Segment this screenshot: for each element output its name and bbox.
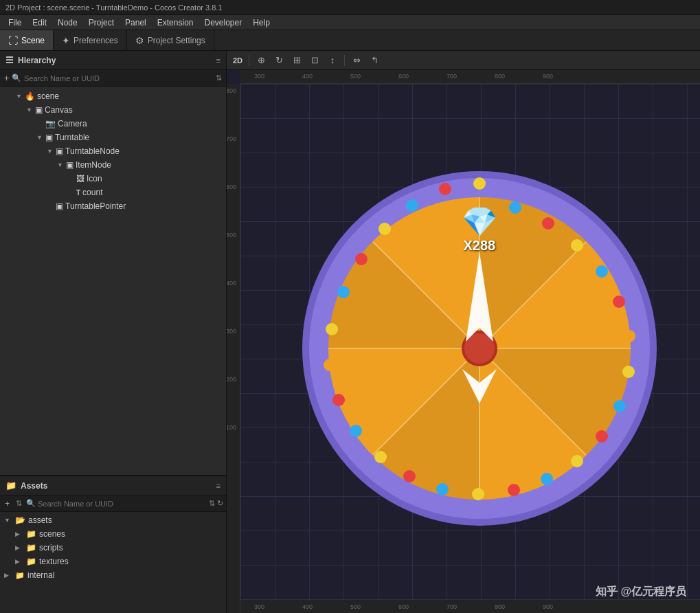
assets-item-root[interactable]: ▼ 📂 assets	[0, 513, 226, 527]
assets-filter-icon[interactable]: ⇅	[209, 499, 215, 508]
menu-project[interactable]: Project	[83, 16, 120, 29]
assets-item-scenes[interactable]: ▶ 📁 scenes	[0, 527, 226, 541]
menu-developer[interactable]: Developer	[199, 16, 247, 29]
menu-panel[interactable]: Panel	[120, 16, 152, 29]
svg-point-20	[350, 425, 362, 437]
tree-item-count[interactable]: ▶ T count	[0, 186, 226, 199]
hierarchy-search-input[interactable]	[24, 74, 213, 82]
hierarchy-sort-icon[interactable]: ⇅	[216, 74, 222, 82]
assets-menu-icon[interactable]: ≡	[216, 482, 221, 490]
svg-point-29	[613, 400, 626, 412]
assets-label-scenes: scenes	[39, 529, 65, 539]
svg-point-15	[355, 253, 368, 265]
tree-label-scene: scene	[37, 91, 59, 101]
menu-extension[interactable]: Extension	[152, 16, 199, 29]
tab-project-settings[interactable]: ⚙ Project Settings	[127, 30, 214, 50]
hierarchy-search-bar: + 🔍 ⇅	[0, 70, 226, 87]
tree-item-turntable-pointer[interactable]: ▶ ▣ TurntablePointer	[0, 199, 226, 213]
tree-item-scene[interactable]: ▼ 🔥 scene	[0, 89, 226, 103]
preferences-tab-icon: ✦	[62, 35, 70, 46]
hierarchy-title: Hierarchy	[18, 56, 56, 65]
svg-point-23	[436, 483, 449, 495]
tree-arrow-scene: ▼	[16, 93, 23, 100]
menu-node[interactable]: Node	[52, 16, 83, 29]
assets-add-btn[interactable]: +	[3, 499, 12, 509]
svg-point-17	[326, 323, 338, 335]
svg-point-25	[508, 484, 520, 496]
assets-item-internal[interactable]: ▶ 📁 internal	[0, 568, 226, 582]
hierarchy-add-icon[interactable]: +	[4, 74, 9, 83]
hierarchy-menu-icon[interactable]: ≡	[216, 56, 221, 65]
move-tool-btn[interactable]: ⊕	[253, 53, 269, 68]
title-bar: 2D Project : scene.scene - TurntableDemo…	[0, 0, 700, 15]
svg-point-31	[623, 330, 635, 342]
scene-viewport[interactable]: 2D ⊕ ↻ ⊞ ⊡ ↕ ⇔ ↰ 300 400 500 600 700 800…	[227, 51, 700, 613]
align-tool-btn[interactable]: ↰	[367, 53, 382, 68]
svg-point-32	[613, 296, 625, 308]
grid-area[interactable]: 💎 X288 知乎 @亿元程序员 300 400 500 600 700 800…	[240, 84, 700, 613]
tree-arrow-turntable-node: ▼	[47, 148, 54, 155]
menu-bar: File Edit Node Project Panel Extension D…	[0, 15, 700, 30]
svg-point-19	[332, 394, 345, 406]
title-text: 2D Project : scene.scene - TurntableDemo…	[5, 3, 222, 12]
tree-item-item-node[interactable]: ▼ ▣ ItemNode	[0, 158, 226, 172]
tree-item-icon[interactable]: ▶ 🖼 Icon	[0, 172, 226, 186]
assets-sort-btn[interactable]: ⇅	[14, 499, 24, 508]
tree-item-camera[interactable]: ▶ 📷 Camera	[0, 117, 226, 131]
menu-edit[interactable]: Edit	[27, 16, 52, 29]
tree-label-turntable-node: TurntableNode	[65, 146, 120, 156]
assets-title: Assets	[21, 481, 47, 491]
tree-item-canvas[interactable]: ▼ ▣ Canvas	[0, 103, 226, 117]
svg-point-12	[439, 183, 451, 195]
tree-arrow-canvas: ▼	[26, 107, 33, 113]
assets-internal-icon: 📁	[15, 571, 25, 580]
prize-display: 💎 X288	[462, 208, 497, 254]
assets-scenes-icon: 📁	[26, 529, 36, 539]
svg-point-18	[324, 359, 336, 371]
left-panel: ☰ Hierarchy ≡ + 🔍 ⇅ ▼ 🔥 scene	[0, 51, 227, 613]
prize-crystal-icon: 💎	[462, 208, 497, 236]
tab-bar: ⛶ Scene ✦ Preferences ⚙ Project Settings	[0, 30, 700, 51]
menu-help[interactable]: Help	[247, 16, 275, 29]
viewport-area[interactable]: 300 400 500 600 700 800 900 800 700 600 …	[227, 70, 700, 613]
snap-tool-btn[interactable]: ⇔	[349, 53, 364, 68]
tree-arrow-item-node: ▼	[57, 161, 64, 168]
tree-item-turntable[interactable]: ▼ ▣ Turntable	[0, 131, 226, 144]
assets-item-scripts[interactable]: ▶ 📁 scripts	[0, 541, 226, 555]
rect-tool-btn[interactable]: ⊡	[307, 53, 322, 68]
tab-scene[interactable]: ⛶ Scene	[0, 30, 54, 50]
assets-panel: 📁 Assets ≡ + ⇅ 🔍 ⇅ ↻ ▼ 📂 assets	[0, 476, 226, 613]
scene-toolbar: 2D ⊕ ↻ ⊞ ⊡ ↕ ⇔ ↰	[227, 51, 700, 70]
assets-search-input[interactable]	[38, 500, 207, 508]
hierarchy-search-icon: 🔍	[12, 74, 21, 82]
assets-label-root: assets	[28, 515, 52, 525]
svg-point-13	[406, 199, 418, 212]
svg-point-22	[403, 470, 416, 482]
svg-point-26	[541, 473, 553, 485]
svg-point-28	[596, 430, 608, 443]
tree-label-count: count	[82, 188, 102, 197]
tree-label-turntable-pointer: TurntablePointer	[65, 201, 126, 211]
watermark: 知乎 @亿元程序员	[596, 585, 686, 599]
assets-label-scripts: scripts	[39, 543, 63, 553]
tree-item-turntable-node[interactable]: ▼ ▣ TurntableNode	[0, 144, 226, 158]
scale-tool-btn[interactable]: ⊞	[289, 53, 304, 68]
svg-point-21	[374, 451, 387, 463]
ruler-bottom: 300 400 500 600 700 800 900	[240, 599, 700, 613]
ruler-left: 800 700 600 500 400 300 200 100	[227, 84, 240, 613]
rotate-tool-btn[interactable]: ↻	[271, 53, 286, 68]
assets-textures-icon: 📁	[26, 557, 36, 566]
tree-label-item-node: ItemNode	[76, 160, 111, 170]
svg-point-35	[542, 217, 554, 230]
svg-point-11	[473, 177, 486, 190]
transform-tool-btn[interactable]: ↕	[325, 53, 340, 68]
tree-label-turntable: Turntable	[55, 133, 89, 142]
svg-point-36	[509, 201, 521, 214]
assets-toolbar: + ⇅ 🔍 ⇅ ↻	[0, 495, 226, 512]
assets-item-textures[interactable]: ▶ 📁 textures	[0, 555, 226, 568]
svg-point-24	[472, 488, 484, 500]
tab-preferences[interactable]: ✦ Preferences	[54, 30, 127, 50]
menu-file[interactable]: File	[3, 16, 27, 29]
assets-search-icon: 🔍	[26, 499, 36, 508]
assets-refresh-icon[interactable]: ↻	[217, 499, 223, 508]
